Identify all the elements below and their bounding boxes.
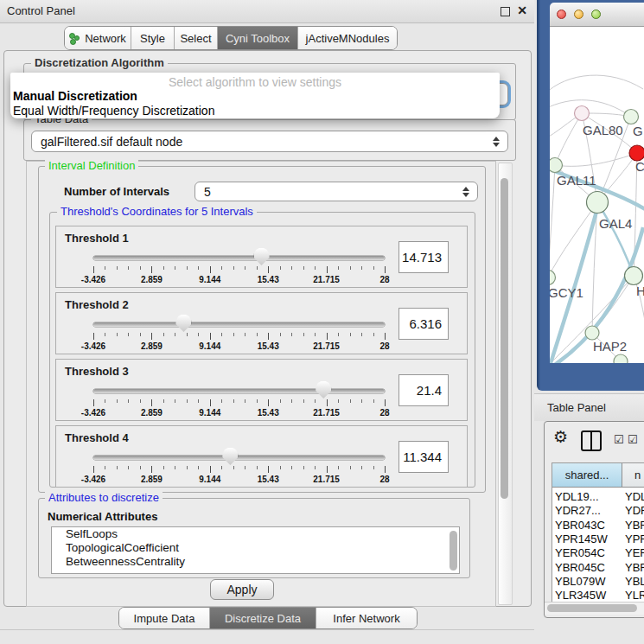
slider-tick	[210, 399, 211, 406]
gear-icon[interactable]: ⚙	[553, 427, 568, 447]
network-node[interactable]	[614, 354, 628, 363]
slider-tick	[385, 333, 386, 340]
slider-tick	[315, 399, 316, 403]
settings-scrollbar[interactable]	[498, 163, 513, 605]
slider-track[interactable]	[93, 456, 385, 460]
network-canvas[interactable]: GAL80GCGAL11GAL4GCY1HHAP2	[550, 27, 644, 363]
numerical-attributes-label: Numerical Attributes	[48, 510, 157, 523]
close-window-icon[interactable]	[557, 10, 566, 19]
table-data-combo[interactable]: galFiltered.sif default node	[31, 131, 508, 152]
hscrollbar-thumb[interactable]	[547, 604, 637, 612]
table-hscrollbar[interactable]	[545, 602, 644, 615]
table-row[interactable]: YDL19...YDL1	[552, 490, 644, 504]
threshold-value-input[interactable]	[399, 374, 449, 406]
slider-tick	[198, 466, 199, 469]
tab-cyni-toolbox[interactable]: Cyni Toolbox	[218, 27, 298, 49]
list-scrollbar-thumb[interactable]	[450, 531, 457, 571]
network-node[interactable]	[625, 267, 643, 285]
table-row[interactable]: YBL079WYBL0	[552, 575, 644, 589]
slider-tick	[338, 333, 339, 336]
slider-tick	[175, 266, 175, 270]
tab-style[interactable]: Style	[131, 27, 175, 49]
tab-impute-data[interactable]: Impute Data	[119, 608, 210, 628]
tab-infer-network[interactable]: Infer Network	[316, 608, 417, 628]
column-header-shared-name[interactable]: shared...	[552, 463, 622, 488]
table-row[interactable]: YLR345WYLR3	[552, 589, 644, 603]
threshold-value-input[interactable]	[399, 441, 449, 473]
network-node[interactable]	[587, 192, 609, 214]
tab-discretize-data[interactable]: Discretize Data	[210, 608, 316, 628]
network-edge	[550, 75, 643, 94]
slider-tick	[233, 466, 234, 469]
threshold-card: Threshold 3-3.4262.8599.14415.4321.71528	[55, 359, 468, 421]
node-label: GCY1	[550, 285, 583, 300]
close-icon[interactable]: ✕	[517, 3, 527, 17]
slider-tick	[373, 399, 374, 403]
tab-network[interactable]: Network	[65, 27, 131, 49]
table-row[interactable]: YPR145WYPR1	[552, 532, 644, 546]
slider-tick	[361, 266, 362, 270]
checkbox-icon[interactable]: ☑	[614, 433, 624, 446]
network-node[interactable]	[550, 158, 563, 173]
slider-track[interactable]	[93, 256, 385, 260]
threshold-value-input[interactable]	[399, 241, 449, 273]
network-node[interactable]	[575, 106, 590, 121]
split-table-icon[interactable]	[581, 430, 602, 451]
slider-tick	[93, 466, 94, 473]
popup-item-equal-width[interactable]: Equal Width/Frequency Discretization	[13, 104, 214, 118]
attribute-list-item[interactable]: SelfLoops	[52, 527, 459, 541]
attribute-list-item[interactable]: BetweennessCentrality	[52, 555, 459, 569]
slider-thumb[interactable]	[175, 315, 191, 332]
attribute-list-item[interactable]: TopologicalCoefficient	[52, 541, 459, 555]
threshold-label: Threshold 4	[65, 431, 129, 444]
table-row[interactable]: YDR27...YDR2	[552, 504, 644, 518]
table-panel-titlebar: Table Panel	[534, 393, 644, 421]
slider-tick-label: 15.43	[258, 408, 279, 418]
slider-thumb[interactable]	[222, 448, 238, 465]
slider-tick-label: -3.426	[81, 475, 105, 484]
numerical-attributes-list[interactable]: SelfLoopsTopologicalCoefficientBetweenne…	[51, 526, 460, 574]
table-row[interactable]: YBR045CYBR0	[552, 561, 644, 575]
column-header-name[interactable]: n	[622, 463, 644, 488]
slider-tick	[291, 466, 292, 469]
float-window-icon[interactable]	[501, 7, 510, 16]
popup-hint[interactable]: Select algorithm to view settings	[10, 75, 500, 89]
table-row[interactable]: YER054CYER0	[552, 546, 644, 560]
network-window-titlebar[interactable]	[550, 3, 644, 27]
number-of-intervals-label: Number of Intervals	[64, 185, 169, 198]
slider-tick	[151, 333, 152, 340]
slider-thumb[interactable]	[254, 248, 270, 265]
slider-tick-label: 28	[379, 275, 389, 284]
zoom-window-icon[interactable]	[591, 10, 601, 19]
popup-item-manual[interactable]: Manual Discretization	[13, 89, 137, 103]
slider-tick	[128, 266, 129, 270]
slider-tick	[93, 399, 94, 406]
apply-button[interactable]: Apply	[210, 579, 274, 600]
table-row[interactable]: YBR043CYBR0	[552, 519, 644, 532]
network-edge	[550, 165, 555, 277]
slider-tick	[385, 399, 386, 406]
tab-select[interactable]: Select	[175, 27, 218, 49]
checkbox-icon[interactable]: ☑	[628, 433, 638, 446]
threshold-value-input[interactable]	[399, 308, 449, 340]
cell-shared-name: YLR345W	[555, 589, 606, 603]
scrollbar-thumb[interactable]	[501, 178, 508, 499]
slider-tick	[163, 466, 164, 469]
slider-tick	[245, 333, 245, 336]
cell-shared-name: YDR27...	[555, 504, 601, 518]
network-node[interactable]	[585, 326, 599, 340]
slider-track[interactable]	[93, 389, 385, 393]
slider-tick	[187, 333, 188, 336]
tab-jactivemnodules[interactable]: jActiveMNodules	[298, 27, 397, 49]
minimize-window-icon[interactable]	[574, 10, 583, 19]
slider-tick	[151, 466, 152, 473]
slider-tick-label: 28	[379, 408, 389, 418]
slider-track[interactable]	[93, 322, 385, 327]
slider-tick	[373, 266, 374, 270]
network-node[interactable]	[550, 271, 556, 285]
slider-tick	[327, 266, 328, 273]
panel-bottom-divider	[0, 629, 534, 630]
slider-thumb[interactable]	[316, 381, 331, 399]
network-node[interactable]	[624, 110, 639, 124]
number-of-intervals-spinner[interactable]: 5	[194, 182, 478, 201]
